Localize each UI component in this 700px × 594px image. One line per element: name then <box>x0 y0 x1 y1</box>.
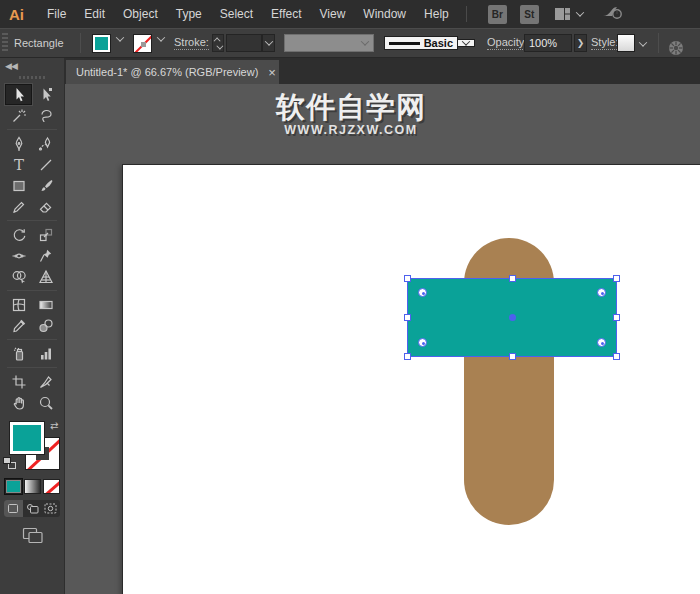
width-tool[interactable] <box>5 245 32 266</box>
none-button[interactable] <box>43 479 60 494</box>
stroke-weight-stepper[interactable] <box>212 34 224 52</box>
rectangle-tool[interactable] <box>5 175 32 196</box>
menu-help[interactable]: Help <box>415 0 458 28</box>
bridge-button[interactable]: Br <box>488 5 507 24</box>
style-dropdown-button[interactable] <box>636 34 649 53</box>
canvas-area[interactable]: 软件自学网 WWW.RJZXW.COM <box>65 84 700 594</box>
lasso-tool[interactable] <box>32 105 59 126</box>
brush-definition-dropdown[interactable]: Basic <box>384 34 475 52</box>
object-center-point[interactable] <box>509 314 516 321</box>
hand-tool[interactable] <box>5 392 32 413</box>
gradient-tool[interactable] <box>32 294 59 315</box>
screen-mode-icon <box>22 527 44 544</box>
control-bar-grip[interactable] <box>2 33 8 53</box>
line-segment-tool[interactable] <box>32 154 59 175</box>
slice-tool[interactable] <box>32 371 59 392</box>
stroke-dropdown-button[interactable] <box>154 29 167 48</box>
eraser-tool[interactable] <box>32 196 59 217</box>
shaper-tool[interactable] <box>5 196 32 217</box>
selected-teal-rectangle[interactable] <box>407 278 617 357</box>
drawing-mode-buttons <box>4 500 60 517</box>
perspective-grid-tool[interactable] <box>32 266 59 287</box>
opacity-input[interactable] <box>524 34 572 52</box>
stock-button[interactable]: St <box>520 5 539 24</box>
corner-widget-top-left[interactable] <box>418 288 427 297</box>
paintbrush-tool[interactable] <box>32 175 59 196</box>
tools-collapse-button[interactable]: ◀◀ <box>0 58 64 73</box>
zoom-tool[interactable] <box>32 392 59 413</box>
sync-status-icon[interactable] <box>601 4 623 24</box>
stroke-weight-field[interactable] <box>226 34 262 52</box>
fill-dropdown-button[interactable] <box>113 29 126 48</box>
menu-object[interactable]: Object <box>114 0 167 28</box>
paintbrush-tool-icon <box>38 178 54 194</box>
scale-tool[interactable] <box>32 224 59 245</box>
chevron-down-icon <box>264 37 272 45</box>
stroke-color-swatch[interactable] <box>133 29 152 57</box>
menu-edit[interactable]: Edit <box>75 0 114 28</box>
swap-fill-stroke-icon[interactable]: ⇄ <box>50 420 58 431</box>
graphic-style-swatch[interactable] <box>617 34 635 52</box>
handle-top-right[interactable] <box>613 275 620 282</box>
default-fill-stroke-icon[interactable] <box>3 457 16 469</box>
stroke-weight-dropdown[interactable] <box>262 34 275 52</box>
handle-middle-right[interactable] <box>613 314 620 321</box>
menu-effect[interactable]: Effect <box>262 0 310 28</box>
handle-top-center[interactable] <box>509 275 516 282</box>
stroke-weight-label[interactable]: Stroke: <box>174 29 209 57</box>
corner-widget-bottom-right[interactable] <box>597 338 606 347</box>
direct-selection-tool[interactable] <box>32 84 59 105</box>
magic-wand-tool-icon <box>11 108 27 124</box>
brush-dropdown-button[interactable] <box>458 39 475 47</box>
fill-color-swatch[interactable] <box>92 29 111 57</box>
column-graph-tool[interactable] <box>32 343 59 364</box>
style-label[interactable]: Style: <box>591 29 619 57</box>
handle-bottom-center[interactable] <box>509 353 516 360</box>
type-tool[interactable]: T <box>5 154 32 175</box>
menu-view[interactable]: View <box>311 0 355 28</box>
menu-select[interactable]: Select <box>211 0 262 28</box>
tab-close-icon[interactable]: × <box>268 66 276 79</box>
corner-widget-bottom-left[interactable] <box>418 338 427 347</box>
puppet-warp-tool[interactable] <box>32 245 59 266</box>
opacity-expand-button[interactable]: ❯ <box>574 34 587 52</box>
selection-type-label: Rectangle <box>14 29 64 57</box>
artboard[interactable] <box>122 164 700 594</box>
gradient-button[interactable] <box>24 479 41 494</box>
change-screen-mode-button[interactable] <box>0 527 65 544</box>
opacity-label[interactable]: Opacity: <box>487 29 527 57</box>
handle-top-left[interactable] <box>404 275 411 282</box>
menu-window[interactable]: Window <box>354 0 415 28</box>
illustrator-window: Ai File Edit Object Type Select Effect V… <box>0 0 700 594</box>
tools-panel-grip[interactable] <box>0 73 64 81</box>
selection-tool-icon <box>11 87 27 103</box>
draw-inside-button[interactable] <box>41 500 60 517</box>
menu-file[interactable]: File <box>38 0 75 28</box>
handle-middle-left[interactable] <box>404 314 411 321</box>
artboard-tool[interactable] <box>5 371 32 392</box>
fill-indicator[interactable] <box>9 421 45 455</box>
color-button[interactable] <box>5 479 22 494</box>
chevron-down-icon <box>115 33 123 41</box>
handle-bottom-right[interactable] <box>613 353 620 360</box>
symbol-sprayer-tool[interactable] <box>5 343 32 364</box>
workspace-switcher-icon[interactable] <box>554 7 583 21</box>
workspace-chevron-icon <box>575 8 583 16</box>
menu-type[interactable]: Type <box>167 0 211 28</box>
magic-wand-tool[interactable] <box>5 105 32 126</box>
pen-tool[interactable] <box>5 133 32 154</box>
curvature-tool[interactable] <box>32 133 59 154</box>
draw-normal-button[interactable] <box>4 500 23 517</box>
color-mode-buttons <box>0 479 64 494</box>
draw-behind-button[interactable] <box>23 500 42 517</box>
selection-tool[interactable] <box>5 84 32 105</box>
handle-bottom-left[interactable] <box>404 353 411 360</box>
rotate-tool[interactable] <box>5 224 32 245</box>
blend-tool[interactable] <box>32 315 59 336</box>
shape-builder-tool[interactable] <box>5 266 32 287</box>
eyedropper-tool[interactable] <box>5 315 32 336</box>
corner-widget-top-right[interactable] <box>597 288 606 297</box>
draw-normal-icon <box>7 503 19 514</box>
mesh-tool[interactable] <box>5 294 32 315</box>
document-tab[interactable]: Untitled-1* @ 66.67% (RGB/Preview) × <box>66 60 279 84</box>
